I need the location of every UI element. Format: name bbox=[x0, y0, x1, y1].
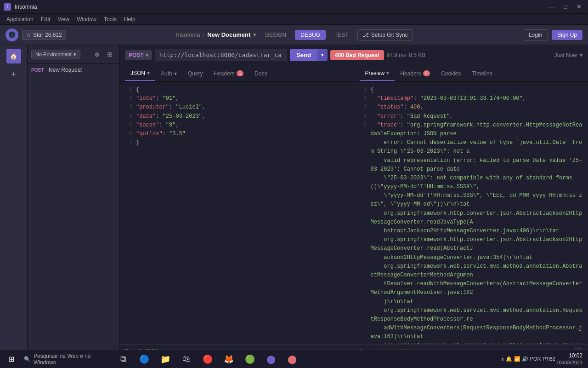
tab-query[interactable]: Query bbox=[182, 67, 209, 80]
code-line-1: 1 { bbox=[123, 86, 350, 94]
tab-headers-label: Headers bbox=[214, 70, 234, 77]
maximize-button[interactable]: □ bbox=[561, 2, 570, 11]
star-label: Star bbox=[33, 32, 43, 38]
taskbar-search-label: Pesquisar na Web e no Windows bbox=[34, 353, 108, 366]
send-button[interactable]: Send bbox=[290, 49, 317, 61]
taskbar-search[interactable]: 🔍 Pesquisar na Web e no Windows bbox=[20, 351, 112, 368]
code-line-7: 7 } bbox=[123, 138, 350, 147]
search-icon: 🔍 bbox=[24, 356, 31, 362]
resp-line-3: 3 "status": 400, bbox=[358, 103, 585, 112]
sidebar-item-workspace[interactable]: 🏠 bbox=[6, 49, 21, 63]
method-selector[interactable]: POST ▾ bbox=[125, 50, 152, 60]
response-time: 97.9 ms bbox=[387, 52, 407, 58]
taskbar-edge[interactable]: 🔵 bbox=[134, 351, 154, 368]
response-size: 8.5 KB bbox=[409, 52, 425, 58]
app-name-label: Insomnia bbox=[176, 31, 200, 38]
login-button[interactable]: Login bbox=[523, 29, 548, 40]
tab-docs-label: Docs bbox=[254, 70, 267, 77]
sidebar-add-button[interactable]: ⊞ bbox=[104, 49, 115, 60]
system-clock: 10:02 03/03/2023 bbox=[557, 352, 582, 366]
env-selector[interactable]: No Environment ▾ bbox=[31, 50, 80, 59]
preview-chevron: ▾ bbox=[386, 70, 389, 76]
tab-preview[interactable]: Preview ▾ bbox=[360, 66, 395, 81]
menu-edit[interactable]: Edit bbox=[38, 15, 53, 23]
sidebar-item-add[interactable]: + bbox=[6, 67, 21, 82]
taskbar-explorer[interactable]: 📁 bbox=[155, 351, 175, 368]
app-name: Insomnia bbox=[15, 4, 37, 10]
tab-headers[interactable]: Headers 1 bbox=[208, 67, 249, 80]
menu-window[interactable]: Window bbox=[74, 15, 99, 23]
keyboard-label: PTB2 bbox=[543, 356, 555, 362]
taskbar-insomnia[interactable]: ⬤ bbox=[282, 351, 302, 368]
status-badge: 400 Bad Request bbox=[330, 50, 384, 60]
tab-query-label: Query bbox=[188, 70, 203, 77]
star-icon: ☆ bbox=[26, 32, 31, 38]
workspace-avatar: 🌑 bbox=[6, 29, 18, 41]
locale-label: POR bbox=[530, 356, 541, 362]
taskbar-firefox[interactable]: 🦊 bbox=[219, 351, 239, 368]
signup-button[interactable]: Sign Up bbox=[552, 30, 582, 40]
win-start-button[interactable]: ⊞ bbox=[2, 350, 20, 368]
resp-headers-badge: 4 bbox=[423, 70, 430, 76]
resp-line-1: 1 { bbox=[358, 86, 585, 94]
menu-application[interactable]: Application bbox=[4, 15, 36, 23]
env-label: No Environment bbox=[35, 52, 72, 57]
method-label: POST bbox=[129, 52, 144, 58]
resp-line-5: 5 "trace": "org.springframework.http.con… bbox=[358, 121, 585, 344]
send-dropdown-button[interactable]: ▾ bbox=[317, 49, 328, 61]
tab-cookies[interactable]: Cookies bbox=[435, 67, 466, 80]
auth-chevron: ▾ bbox=[174, 70, 177, 77]
tab-resp-headers-label: Headers bbox=[400, 70, 421, 77]
resp-line-2: 2 "timestamp": "2023-03-03T13:01:33.174+… bbox=[358, 94, 585, 103]
tab-auth[interactable]: Auth ▾ bbox=[155, 67, 182, 80]
menu-help[interactable]: Help bbox=[121, 15, 138, 23]
chevron-down-icon: ▾ bbox=[147, 70, 150, 76]
star-count: 26,812 bbox=[45, 32, 62, 38]
menu-view[interactable]: View bbox=[55, 15, 72, 23]
tab-resp-headers[interactable]: Headers 4 bbox=[395, 67, 435, 80]
env-chevron: ▾ bbox=[74, 52, 76, 58]
debug-tab-button[interactable]: DEBUG bbox=[295, 30, 326, 40]
request-list-item[interactable]: POST New Request bbox=[28, 64, 119, 76]
headers-badge: 1 bbox=[237, 70, 244, 76]
close-button[interactable]: ✕ bbox=[574, 2, 584, 11]
test-tab-button[interactable]: TEST bbox=[328, 29, 355, 40]
method-chevron: ▾ bbox=[146, 52, 148, 58]
git-sync-label: Setup Git Sync bbox=[371, 32, 408, 38]
tab-docs[interactable]: Docs bbox=[249, 67, 272, 80]
clock-time: 10:02 bbox=[557, 352, 582, 360]
menu-tools[interactable]: Tools bbox=[101, 15, 119, 23]
code-line-6: 6 "quilos": "3.5" bbox=[123, 130, 350, 138]
code-line-5: 5 "sacos": "8", bbox=[123, 121, 350, 130]
clock-date: 03/03/2023 bbox=[557, 359, 582, 366]
tab-auth-label: Auth bbox=[161, 70, 172, 77]
star-button[interactable]: ☆ Star 26,812 bbox=[22, 30, 66, 40]
code-line-3: 3 "produtor": "Luciel", bbox=[123, 103, 350, 112]
code-line-2: 2 "lote": "01", bbox=[123, 94, 350, 103]
design-tab-button[interactable]: DESIGN bbox=[259, 29, 292, 40]
app-icon: I bbox=[4, 3, 11, 11]
git-sync-button[interactable]: ⎇ Setup Git Sync bbox=[357, 29, 413, 40]
url-input[interactable] bbox=[155, 49, 287, 61]
tab-timeline[interactable]: Timeline bbox=[466, 67, 498, 80]
git-icon: ⎇ bbox=[362, 32, 369, 38]
minimize-button[interactable]: — bbox=[546, 2, 557, 11]
tab-preview-label: Preview bbox=[365, 70, 385, 76]
tab-json[interactable]: JSON ▾ bbox=[125, 66, 155, 81]
tab-cookies-label: Cookies bbox=[441, 70, 461, 77]
separator-label: / bbox=[203, 31, 205, 38]
sidebar-search-button[interactable]: ⊕ bbox=[91, 49, 102, 60]
tab-json-label: JSON bbox=[130, 70, 145, 76]
taskbar-store[interactable]: 🛍 bbox=[176, 351, 197, 368]
systray-icons: ∧ 🔔 📶 🔊 bbox=[501, 356, 528, 362]
request-name: New Request bbox=[49, 67, 82, 73]
tab-timeline-label: Timeline bbox=[472, 70, 492, 77]
method-badge: POST bbox=[31, 68, 46, 73]
request-body-editor[interactable]: 1 { 2 "lote": "01", 3 "produtor": "Lucie… bbox=[119, 82, 354, 344]
taskbar-unknown1[interactable]: 🟢 bbox=[240, 351, 260, 368]
systray: ∧ 🔔 📶 🔊 POR PTB2 10:02 03/03/2023 bbox=[501, 352, 586, 366]
taskbar-chrome[interactable]: 🔴 bbox=[198, 351, 218, 368]
taskbar-unknown2[interactable]: ⬤ bbox=[261, 351, 281, 368]
timestamp-label: Just Now bbox=[554, 52, 577, 58]
taskbar-view-button[interactable]: ⧉ bbox=[113, 351, 133, 368]
